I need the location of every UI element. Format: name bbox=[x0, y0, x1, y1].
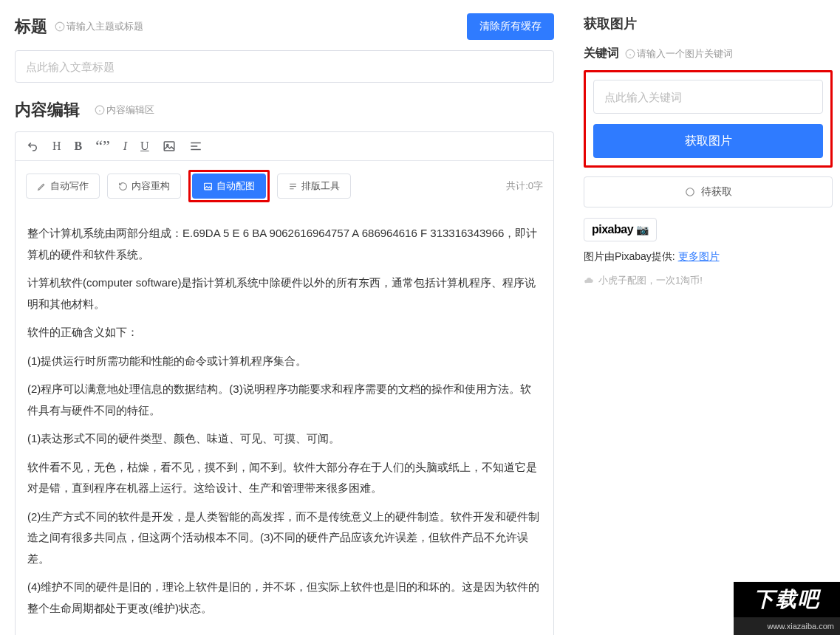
article-paragraph: (4)维护不同的硬件是旧的，理论上软件是旧的，并不坏，但实际上软件也是旧的和坏的… bbox=[27, 577, 542, 619]
title-label: 标题 bbox=[15, 16, 47, 38]
pending-text: 待获取 bbox=[701, 185, 732, 199]
title-hint-text: 请输入主题或标题 bbox=[66, 20, 143, 33]
content-header-row: 内容编辑 内容编辑区 bbox=[15, 99, 554, 121]
fetch-image-title: 获取图片 bbox=[584, 16, 637, 31]
underline-button[interactable]: U bbox=[140, 140, 149, 153]
fetch-image-button[interactable]: 获取图片 bbox=[593, 124, 823, 158]
article-paragraph: 计算机软件(computer software)是指计算机系统中除硬件以外的所有… bbox=[27, 272, 542, 315]
article-paragraph: (1)提供运行时所需功能和性能的命令或计算机程序集合。 bbox=[27, 351, 542, 372]
content-label: 内容编辑 bbox=[15, 99, 80, 121]
keyword-label: 关键词 bbox=[584, 46, 619, 61]
article-paragraph: 软件看不见，无色，枯燥，看不见，摸不到，闻不到。软件大部分存在于人们的头脑或纸上… bbox=[27, 457, 542, 499]
fetch-image-section: 获取图片 bbox=[584, 15, 833, 32]
tip-row: 小虎子配图，一次1淘币! bbox=[584, 274, 833, 287]
watermark-brand: 下载吧 bbox=[734, 582, 840, 617]
image-credit: 图片由Pixabay提供: 更多图片 bbox=[584, 250, 833, 264]
pixabay-badge: pixabay 📷 bbox=[584, 218, 657, 241]
watermark: 下载吧 www.xiazaiba.com bbox=[734, 582, 840, 635]
article-paragraph: 整个计算机系统由两部分组成：E.69DA 5 E 6 BA 9062616964… bbox=[27, 223, 542, 265]
italic-button[interactable]: I bbox=[123, 140, 127, 153]
article-paragraph: 软件的正确含义如下： bbox=[27, 322, 542, 343]
info-icon bbox=[55, 21, 65, 32]
cloud-icon bbox=[584, 275, 594, 286]
bold-button[interactable]: B bbox=[75, 140, 83, 153]
article-paragraph: (1)表达形式不同的硬件类型、颜色、味道、可见、可摸、可闻。 bbox=[27, 428, 542, 450]
refresh-icon bbox=[118, 182, 128, 191]
article-paragraph: (2)生产方式不同的软件是开发，是人类智能的高发挥，而不是传统意义上的硬件制造。… bbox=[27, 507, 542, 570]
svg-rect-6 bbox=[164, 142, 174, 151]
editor-actions: 自动写作 内容重构 自动配图 排版工具 共计:0字 bbox=[16, 161, 553, 211]
info-icon bbox=[625, 49, 635, 59]
align-icon[interactable] bbox=[189, 140, 202, 153]
content-restructure-button[interactable]: 内容重构 bbox=[107, 174, 181, 199]
more-images-link[interactable]: 更多图片 bbox=[678, 250, 720, 262]
side-column: 获取图片 关键词 请输入一个图片关键词 获取图片 待获取 pixabay 📷 图… bbox=[569, 0, 840, 635]
undo-icon[interactable] bbox=[26, 140, 39, 153]
circle-icon bbox=[685, 187, 695, 197]
auto-write-button[interactable]: 自动写作 bbox=[26, 174, 100, 199]
highlight-keyword-box: 获取图片 bbox=[584, 70, 833, 168]
word-count: 共计:0字 bbox=[506, 179, 543, 193]
svg-rect-11 bbox=[205, 183, 212, 190]
editor-toolbar: H B “” I U bbox=[16, 132, 553, 161]
layout-icon bbox=[288, 182, 298, 191]
tip-text: 小虎子配图，一次1淘币! bbox=[598, 274, 703, 287]
title-header-row: 标题 请输入主题或标题 清除所有缓存 bbox=[15, 13, 554, 40]
pending-status: 待获取 bbox=[584, 176, 833, 207]
heading-button[interactable]: H bbox=[52, 140, 61, 153]
keyword-hint-text: 请输入一个图片关键词 bbox=[637, 47, 733, 61]
info-icon bbox=[95, 105, 105, 115]
keyword-hint: 请输入一个图片关键词 bbox=[625, 47, 733, 61]
camera-icon: 📷 bbox=[636, 224, 649, 236]
image-icon bbox=[203, 182, 213, 191]
article-paragraph: (2)程序可以满意地处理信息的数据结构。(3)说明程序功能要求和程序需要的文档的… bbox=[27, 379, 542, 421]
keyword-input[interactable] bbox=[593, 80, 823, 114]
watermark-url: www.xiazaiba.com bbox=[734, 617, 840, 635]
auto-image-button[interactable]: 自动配图 bbox=[192, 174, 266, 199]
editor: H B “” I U 自动写作 内容重构 bbox=[15, 131, 554, 635]
article-title-input[interactable] bbox=[15, 50, 554, 83]
title-hint: 请输入主题或标题 bbox=[55, 20, 143, 33]
content-hint: 内容编辑区 bbox=[95, 103, 154, 117]
highlight-auto-image: 自动配图 bbox=[188, 170, 270, 202]
pixabay-text: pixabay bbox=[592, 223, 633, 236]
content-hint-text: 内容编辑区 bbox=[106, 103, 154, 117]
credit-prefix: 图片由Pixabay提供: bbox=[584, 250, 675, 262]
layout-tool-button[interactable]: 排版工具 bbox=[277, 174, 351, 199]
svg-point-18 bbox=[686, 188, 694, 196]
image-icon[interactable] bbox=[163, 140, 176, 153]
clear-cache-button[interactable]: 清除所有缓存 bbox=[467, 13, 554, 40]
main-column: 标题 请输入主题或标题 清除所有缓存 内容编辑 内容编辑区 H B “” I U bbox=[0, 0, 569, 635]
keyword-header-row: 关键词 请输入一个图片关键词 bbox=[584, 46, 833, 61]
article-body[interactable]: 整个计算机系统由两部分组成：E.69DA 5 E 6 BA 9062616964… bbox=[16, 211, 553, 635]
quote-button[interactable]: “” bbox=[95, 142, 110, 151]
pencil-icon bbox=[37, 182, 47, 191]
